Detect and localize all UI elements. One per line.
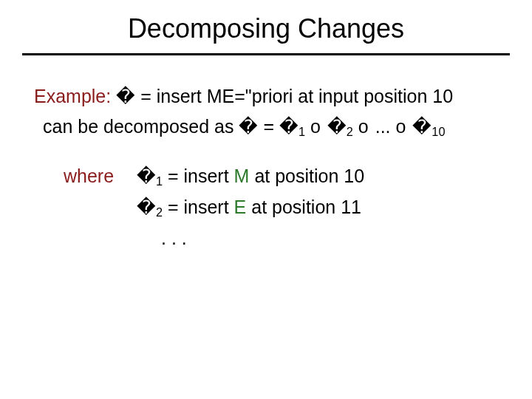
where-eq-2: =	[168, 197, 184, 217]
sub-2: 2	[347, 125, 353, 138]
where2-pre: insert	[184, 197, 234, 217]
where-block: where �1 = insert M at position 10 �2 = …	[64, 165, 498, 250]
where-delta2: �	[137, 197, 156, 217]
slide-body: Example: � = insert ME="priori at input …	[0, 55, 532, 250]
sub-1: 1	[299, 125, 305, 138]
delta1: �	[279, 116, 299, 137]
example-text: = insert ME="priori at input position 10	[140, 86, 453, 106]
where-dots: . . .	[161, 227, 498, 250]
sub-10: 10	[432, 125, 445, 138]
where-delta1: �	[137, 166, 156, 186]
compose-op-1: o	[310, 116, 327, 137]
where-sub-2: 2	[156, 205, 163, 219]
slide-title: Decomposing Changes	[0, 0, 532, 44]
compose-op-2: o	[358, 116, 375, 137]
where1-letter: M	[234, 166, 250, 186]
example-line: Example: � = insert ME="priori at input …	[34, 85, 498, 108]
compose-op-3: o	[395, 116, 412, 137]
delta10: �	[412, 116, 432, 137]
where2-post: at position 11	[251, 197, 361, 217]
where-row-1: where �1 = insert M at position 10	[64, 165, 498, 188]
decompose-line: can be decomposed as � = �1 o �2 o ... o…	[43, 115, 498, 139]
where-sub-1: 1	[156, 174, 163, 188]
where-row-2: �2 = insert E at position 11	[64, 196, 498, 219]
delta2: �	[327, 116, 347, 137]
where2-letter: E	[234, 197, 247, 217]
delta-eq: � =	[239, 116, 279, 137]
delta-symbol: �	[116, 86, 135, 106]
where1-pre: insert	[184, 166, 234, 186]
where1-post: at position 10	[254, 166, 364, 186]
where-eq-1: =	[168, 166, 184, 186]
ellipsis: ...	[375, 116, 396, 137]
decompose-prefix: can be decomposed as	[43, 116, 239, 137]
where-label: where	[64, 165, 132, 188]
example-label: Example:	[34, 86, 111, 106]
